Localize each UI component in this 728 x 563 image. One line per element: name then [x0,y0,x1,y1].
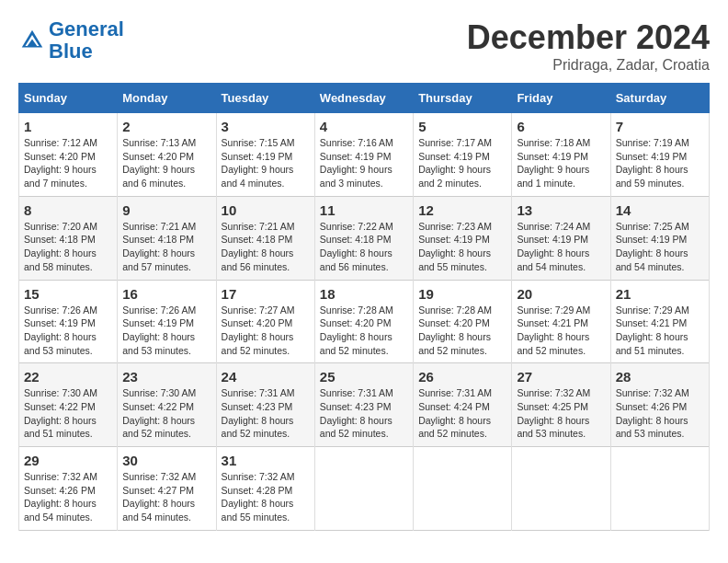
day-info: Sunrise: 7:30 AM Sunset: 4:22 PM Dayligh… [122,386,210,441]
day-info: Sunrise: 7:21 AM Sunset: 4:18 PM Dayligh… [122,220,210,274]
table-row: 30 Sunrise: 7:32 AM Sunset: 4:27 PM Dayl… [118,447,216,531]
table-row: 25 Sunrise: 7:31 AM Sunset: 4:23 PM Dayl… [314,363,413,447]
table-row [610,447,709,531]
day-info: Sunrise: 7:32 AM Sunset: 4:28 PM Dayligh… [222,470,310,524]
day-number: 28 [616,369,704,385]
day-number: 31 [222,453,310,468]
day-info: Sunrise: 7:15 AM Sunset: 4:19 PM Dayligh… [222,136,310,190]
col-sunday: Sunday [19,84,118,113]
day-number: 27 [517,369,605,385]
day-number: 15 [24,286,112,302]
table-row: 2 Sunrise: 7:13 AM Sunset: 4:20 PM Dayli… [118,113,216,197]
table-row: 11 Sunrise: 7:22 AM Sunset: 4:18 PM Dayl… [314,196,413,280]
table-row: 24 Sunrise: 7:31 AM Sunset: 4:23 PM Dayl… [216,363,314,447]
day-info: Sunrise: 7:13 AM Sunset: 4:20 PM Dayligh… [122,136,210,190]
day-number: 10 [222,202,310,218]
day-info: Sunrise: 7:32 AM Sunset: 4:26 PM Dayligh… [24,470,112,524]
table-row [414,447,512,531]
day-number: 22 [24,369,112,385]
table-row: 26 Sunrise: 7:31 AM Sunset: 4:24 PM Dayl… [414,363,512,447]
day-info: Sunrise: 7:20 AM Sunset: 4:18 PM Dayligh… [24,220,112,274]
day-info: Sunrise: 7:29 AM Sunset: 4:21 PM Dayligh… [616,304,704,358]
day-number: 26 [418,369,506,385]
day-info: Sunrise: 7:32 AM Sunset: 4:27 PM Dayligh… [122,470,210,524]
table-row: 5 Sunrise: 7:17 AM Sunset: 4:19 PM Dayli… [414,113,512,197]
day-info: Sunrise: 7:26 AM Sunset: 4:19 PM Dayligh… [24,304,112,358]
day-info: Sunrise: 7:24 AM Sunset: 4:19 PM Dayligh… [517,220,605,274]
day-info: Sunrise: 7:29 AM Sunset: 4:21 PM Dayligh… [517,304,605,358]
day-number: 14 [616,202,704,218]
day-number: 19 [418,286,506,302]
col-thursday: Thursday [414,84,512,113]
day-info: Sunrise: 7:25 AM Sunset: 4:19 PM Dayligh… [616,220,704,274]
day-info: Sunrise: 7:18 AM Sunset: 4:19 PM Dayligh… [517,136,605,190]
day-info: Sunrise: 7:12 AM Sunset: 4:20 PM Dayligh… [24,136,112,190]
table-row: 21 Sunrise: 7:29 AM Sunset: 4:21 PM Dayl… [610,280,709,363]
calendar-row: 8 Sunrise: 7:20 AM Sunset: 4:18 PM Dayli… [19,196,710,280]
col-friday: Friday [512,84,610,113]
col-tuesday: Tuesday [216,84,314,113]
day-info: Sunrise: 7:28 AM Sunset: 4:20 PM Dayligh… [418,304,506,358]
day-number: 6 [517,119,605,134]
day-number: 12 [418,202,506,218]
day-number: 17 [222,286,310,302]
header-row: Sunday Monday Tuesday Wednesday Thursday… [19,84,710,113]
day-info: Sunrise: 7:32 AM Sunset: 4:26 PM Dayligh… [616,386,704,441]
day-info: Sunrise: 7:30 AM Sunset: 4:22 PM Dayligh… [24,386,112,441]
logo: General Blue [18,18,124,63]
day-number: 23 [122,369,210,385]
day-number: 21 [616,286,704,302]
day-number: 4 [320,119,408,134]
day-info: Sunrise: 7:28 AM Sunset: 4:20 PM Dayligh… [320,304,408,358]
table-row: 6 Sunrise: 7:18 AM Sunset: 4:19 PM Dayli… [512,113,610,197]
table-row: 10 Sunrise: 7:21 AM Sunset: 4:18 PM Dayl… [216,196,314,280]
day-number: 7 [616,119,704,134]
day-number: 18 [320,286,408,302]
day-number: 9 [122,202,210,218]
table-row: 17 Sunrise: 7:27 AM Sunset: 4:20 PM Dayl… [216,280,314,363]
table-row: 15 Sunrise: 7:26 AM Sunset: 4:19 PM Dayl… [19,280,118,363]
col-saturday: Saturday [610,84,709,113]
day-info: Sunrise: 7:17 AM Sunset: 4:19 PM Dayligh… [418,136,506,190]
table-row [314,447,413,531]
table-row: 8 Sunrise: 7:20 AM Sunset: 4:18 PM Dayli… [19,196,118,280]
day-info: Sunrise: 7:23 AM Sunset: 4:19 PM Dayligh… [418,220,506,274]
table-row [512,447,610,531]
day-number: 2 [122,119,210,134]
day-info: Sunrise: 7:16 AM Sunset: 4:19 PM Dayligh… [320,136,408,190]
day-number: 3 [222,119,310,134]
day-number: 5 [418,119,506,134]
table-row: 14 Sunrise: 7:25 AM Sunset: 4:19 PM Dayl… [610,196,709,280]
day-info: Sunrise: 7:26 AM Sunset: 4:19 PM Dayligh… [122,304,210,358]
day-info: Sunrise: 7:21 AM Sunset: 4:18 PM Dayligh… [222,220,310,274]
calendar-row: 1 Sunrise: 7:12 AM Sunset: 4:20 PM Dayli… [19,113,710,197]
col-wednesday: Wednesday [314,84,413,113]
page-header: General Blue December 2024 Pridraga, Zad… [18,18,710,74]
day-info: Sunrise: 7:31 AM Sunset: 4:23 PM Dayligh… [222,386,310,441]
calendar-row: 15 Sunrise: 7:26 AM Sunset: 4:19 PM Dayl… [19,280,710,363]
logo-icon [18,27,46,54]
table-row: 28 Sunrise: 7:32 AM Sunset: 4:26 PM Dayl… [610,363,709,447]
day-info: Sunrise: 7:31 AM Sunset: 4:23 PM Dayligh… [320,386,408,441]
table-row: 7 Sunrise: 7:19 AM Sunset: 4:19 PM Dayli… [610,113,709,197]
calendar-row: 29 Sunrise: 7:32 AM Sunset: 4:26 PM Dayl… [19,447,710,531]
day-number: 24 [222,369,310,385]
day-info: Sunrise: 7:22 AM Sunset: 4:18 PM Dayligh… [320,220,408,274]
day-number: 8 [24,202,112,218]
day-number: 13 [517,202,605,218]
day-number: 1 [24,119,112,134]
day-info: Sunrise: 7:27 AM Sunset: 4:20 PM Dayligh… [222,304,310,358]
table-row: 31 Sunrise: 7:32 AM Sunset: 4:28 PM Dayl… [216,447,314,531]
table-row: 23 Sunrise: 7:30 AM Sunset: 4:22 PM Dayl… [118,363,216,447]
month-title: December 2024 [467,18,710,57]
day-info: Sunrise: 7:19 AM Sunset: 4:19 PM Dayligh… [616,136,704,190]
calendar-table: Sunday Monday Tuesday Wednesday Thursday… [18,83,710,531]
table-row: 16 Sunrise: 7:26 AM Sunset: 4:19 PM Dayl… [118,280,216,363]
day-number: 25 [320,369,408,385]
col-monday: Monday [118,84,216,113]
day-number: 20 [517,286,605,302]
location-title: Pridraga, Zadar, Croatia [467,57,710,74]
table-row: 4 Sunrise: 7:16 AM Sunset: 4:19 PM Dayli… [314,113,413,197]
day-number: 30 [122,453,210,468]
day-number: 29 [24,453,112,468]
